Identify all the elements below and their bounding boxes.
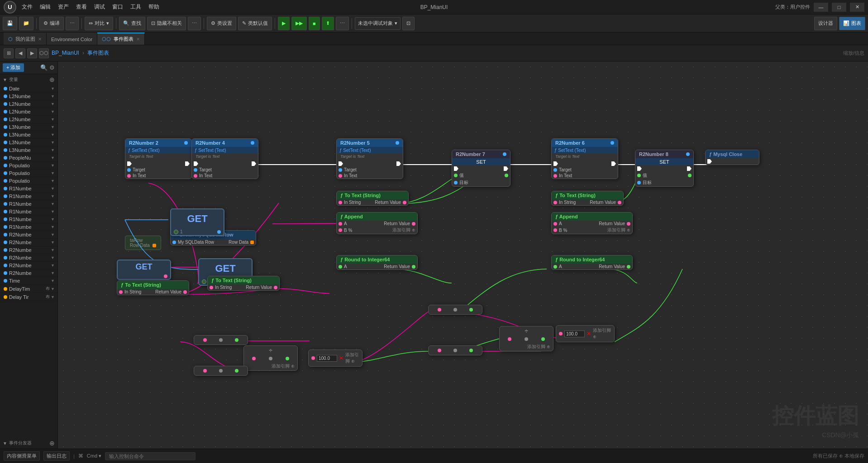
node-r2number7[interactable]: R2Number 7 SET 值 目标 xyxy=(452,150,510,187)
menu-file[interactable]: 文件 xyxy=(22,3,33,11)
node-append2[interactable]: ƒ Append A Return Value B % 添加引脚 ⊕ xyxy=(551,212,633,234)
step-button[interactable]: ⬆ xyxy=(322,17,334,30)
list-item-l2n4[interactable]: L2Numbe ▼ xyxy=(0,116,57,123)
graph-button[interactable]: 📊 图表 xyxy=(839,17,865,30)
node-divide-100-right[interactable]: ✕ 添加引脚 ⊕ xyxy=(556,325,615,342)
add-event-icon[interactable]: ⊕ xyxy=(49,439,55,447)
list-item-r1n2[interactable]: R1Numbe ▼ xyxy=(0,193,57,200)
list-item-pop2[interactable]: Populatio ▼ xyxy=(0,170,57,177)
list-item-l3n1[interactable]: L3Numbe ▼ xyxy=(0,123,57,131)
dots2-button[interactable]: ⋯ xyxy=(188,17,201,30)
node-divide-middle[interactable]: ÷ 添加引脚 ⊕ xyxy=(243,345,298,371)
list-item-r1n4[interactable]: R1Numbe ▼ xyxy=(0,208,57,216)
list-item-date[interactable]: Date ▼ xyxy=(0,85,57,93)
item-expand-l3n3[interactable]: ▼ xyxy=(51,140,55,145)
add-pin-div-mid[interactable]: 添加引脚 ⊕ xyxy=(244,362,297,370)
item-expand-r1n5[interactable]: ▼ xyxy=(51,217,55,222)
list-item-r2n2[interactable]: R2Numbe ▼ xyxy=(0,239,57,246)
item-expand-l3n1[interactable]: ▼ xyxy=(51,125,55,129)
list-item-r2n5[interactable]: R2Numbe ▼ xyxy=(0,262,57,269)
list-item-r2n3[interactable]: R2Numbe ▼ xyxy=(0,246,57,254)
input-100-left[interactable] xyxy=(317,355,337,362)
item-expand-l2n1[interactable]: ▼ xyxy=(51,94,55,99)
list-item-r1n1[interactable]: R1Numbe ▼ xyxy=(0,185,57,193)
list-item-l2n2[interactable]: L2Numbe ▼ xyxy=(0,100,57,108)
node-div-dots-bottom-left[interactable] xyxy=(194,366,248,376)
menu-tools[interactable]: 工具 xyxy=(130,3,141,11)
item-expand-r2n3[interactable]: ▼ xyxy=(51,248,55,252)
item-expand-l2n2[interactable]: ▼ xyxy=(51,102,55,106)
close-button[interactable]: ✕ xyxy=(850,3,864,12)
node-round1[interactable]: ƒ Round to Integer64 A Return Value xyxy=(336,255,418,270)
item-expand-r1n2[interactable]: ▼ xyxy=(51,194,55,198)
list-item-people[interactable]: PeopleNu ▼ xyxy=(0,154,57,162)
item-expand-l2n3[interactable]: ▼ xyxy=(51,109,55,114)
node-div-dots-mid[interactable] xyxy=(428,305,482,315)
list-item-r1n3[interactable]: R1Numbe ▼ xyxy=(0,200,57,208)
search-icon-btn[interactable]: 🔍 xyxy=(40,64,48,71)
add-pin-div-right[interactable]: 添加引脚 ⊕ xyxy=(500,343,553,351)
item-expand-l3n2[interactable]: ▼ xyxy=(51,132,55,137)
item-expand-pop2[interactable]: ▼ xyxy=(51,171,55,175)
class-settings-button[interactable]: ⚙ 类设置 xyxy=(207,17,236,30)
class-defaults-button[interactable]: ✎ 类默认值 xyxy=(238,17,272,30)
menu-asset[interactable]: 资产 xyxy=(58,3,69,11)
list-item-l3n2[interactable]: L3Numbe ▼ xyxy=(0,131,57,139)
add-var-icon[interactable]: ⊕ xyxy=(49,76,55,83)
node-div-dots-left[interactable] xyxy=(194,335,248,345)
hide-unrelated-button[interactable]: ⊡ 隐藏不相关 xyxy=(147,17,186,30)
item-expand-r2n5[interactable]: ▼ xyxy=(51,263,55,268)
debug-target-dropdown[interactable]: 未选中调试对象 ▾ xyxy=(355,17,401,30)
item-expand-delay1[interactable]: ▼ xyxy=(51,286,55,292)
item-expand-l3n4[interactable]: ▼ xyxy=(51,148,55,152)
add-variable-button[interactable]: + 添加 xyxy=(3,63,24,72)
blueprint-canvas[interactable]: R2Number 2 ƒ SetText (Text) Target is Te… xyxy=(58,61,868,449)
item-expand-l2n4[interactable]: ▼ xyxy=(51,117,55,122)
item-expand-date[interactable]: ▼ xyxy=(51,86,55,91)
node-divide-right[interactable]: ÷ 添加引脚 ⊕ xyxy=(499,326,553,351)
node-totext2[interactable]: ƒ To Text (String) In String Return Valu… xyxy=(551,191,624,206)
tab-event-graph[interactable]: ⬡⬡ 事件图表 ✕ xyxy=(97,33,145,45)
list-item-r2n4[interactable]: R2Numbe ▼ xyxy=(0,254,57,262)
minimize-button[interactable]: — xyxy=(814,3,828,12)
item-expand-pop1[interactable]: ▼ xyxy=(51,163,55,168)
play2-button[interactable]: ▶▶ xyxy=(291,17,307,30)
item-expand-people[interactable]: ▼ xyxy=(51,156,55,160)
item-expand-r1n3[interactable]: ▼ xyxy=(51,202,55,206)
node-r2number6[interactable]: R2Number 6 ƒ SetText (Text) Target is Te… xyxy=(551,138,618,179)
tab-event-graph-close[interactable]: ✕ xyxy=(136,37,140,42)
item-expand-r2n1[interactable]: ▼ xyxy=(51,232,55,237)
close-100-right[interactable]: ✕ xyxy=(587,331,591,337)
node-append1[interactable]: ƒ Append A Return Value B % 添加引脚 ⊕ xyxy=(336,212,418,234)
list-item-delay1[interactable]: DelayTim 布 ▼ xyxy=(0,285,57,293)
add-pin-100-right[interactable]: 添加引脚 ⊕ xyxy=(593,327,611,340)
save-button[interactable]: 💾 xyxy=(3,17,17,30)
item-expand-r1n1[interactable]: ▼ xyxy=(51,186,55,191)
menu-edit[interactable]: 编辑 xyxy=(40,3,51,11)
node-div-dots-right[interactable] xyxy=(428,345,482,355)
list-item-r1n5[interactable]: R1Numbe ▼ xyxy=(0,216,57,223)
list-item-l3n4[interactable]: L3Numbe ▼ xyxy=(0,146,57,154)
add-pin-100-left[interactable]: 添加引脚 ⊕ xyxy=(345,352,359,364)
breadcrumb-root[interactable]: BP_MianUI xyxy=(52,50,79,56)
item-expand-r2n4[interactable]: ▼ xyxy=(51,255,55,260)
tab-my-blueprint[interactable]: ⬡ 我的蓝图 ✕ xyxy=(4,33,47,45)
item-expand-r2n2[interactable]: ▼ xyxy=(51,240,55,245)
item-expand-delay2[interactable]: ▼ xyxy=(51,294,55,300)
node-r2number4[interactable]: R2Number 4 ƒ SetText (Text) Target is Te… xyxy=(191,138,258,179)
debug-extra-button[interactable]: ⊡ xyxy=(402,17,415,30)
add-pin-app2[interactable]: 添加引脚 ⊕ xyxy=(607,227,630,233)
node-totext3[interactable]: ƒ To Text (String) In String Return Valu… xyxy=(117,280,189,295)
node-r2number5[interactable]: R2Number 5 ƒ SetText (Text) Target is Te… xyxy=(336,138,403,179)
designer-button[interactable]: 设计器 xyxy=(814,17,837,30)
node-tarow[interactable]: taRow Row Data xyxy=(125,236,161,250)
tab-env-color[interactable]: Environment Color xyxy=(47,33,97,45)
list-item-pop1[interactable]: Populatio ▼ xyxy=(0,162,57,170)
maximize-button[interactable]: □ xyxy=(832,3,846,12)
input-100-right[interactable] xyxy=(564,331,585,337)
find-button[interactable]: 🔍 查找 xyxy=(119,17,145,30)
settings-icon-btn[interactable]: ⚙ xyxy=(49,64,55,71)
compare-button[interactable]: ⇔ 对比 ▾ xyxy=(85,17,113,30)
nav-home[interactable]: ⬡⬡ xyxy=(39,48,49,58)
node-get1[interactable]: GET 1 xyxy=(170,208,224,236)
